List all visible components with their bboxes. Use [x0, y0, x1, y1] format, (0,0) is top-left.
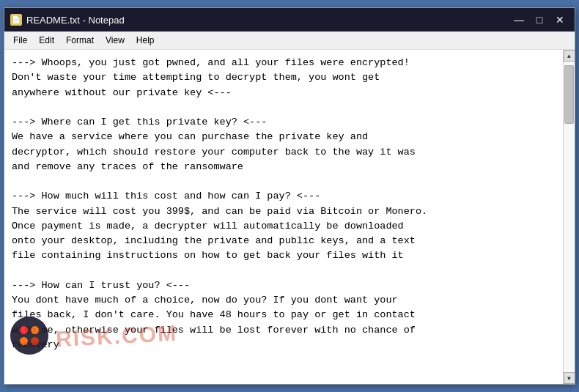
scroll-up-button[interactable]: ▲: [564, 50, 575, 62]
menu-bar: File Edit Format View Help: [4, 32, 575, 50]
window-title: README.txt - Notepad: [26, 15, 510, 26]
scroll-track: [564, 62, 575, 372]
menu-format[interactable]: Format: [60, 33, 100, 48]
window-controls: — □ ✕: [510, 12, 569, 27]
maximize-button[interactable]: □: [531, 12, 548, 27]
menu-file[interactable]: File: [7, 33, 33, 48]
scroll-down-button[interactable]: ▼: [564, 372, 575, 384]
scroll-thumb[interactable]: [564, 65, 574, 124]
text-editor[interactable]: [4, 50, 563, 384]
minimize-button[interactable]: —: [510, 12, 528, 27]
menu-help[interactable]: Help: [130, 33, 161, 48]
close-button[interactable]: ✕: [551, 12, 569, 27]
notepad-window: 📄 README.txt - Notepad — □ ✕ File Edit F…: [4, 7, 575, 385]
content-wrapper: ▲ ▼ RISK.COM: [4, 50, 575, 384]
title-bar: 📄 README.txt - Notepad — □ ✕: [4, 8, 575, 32]
app-icon: 📄: [10, 14, 22, 26]
menu-view[interactable]: View: [100, 33, 130, 48]
menu-edit[interactable]: Edit: [33, 33, 60, 48]
scrollbar: ▲ ▼: [563, 50, 575, 384]
